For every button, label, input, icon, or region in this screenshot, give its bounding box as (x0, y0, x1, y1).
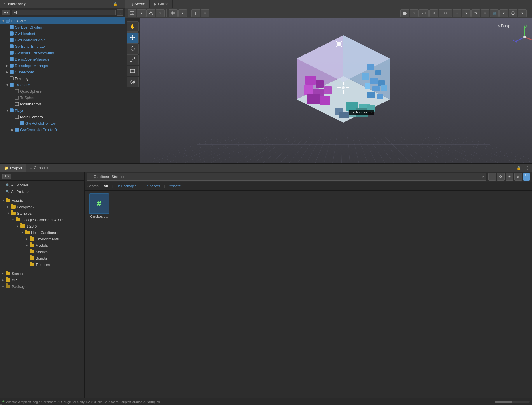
hierarchy-more-icon[interactable]: ⋮ (119, 2, 123, 6)
label-models: Models (36, 243, 48, 248)
hierarchy-add-button[interactable]: + ▾ (2, 10, 10, 15)
rect-tool-button[interactable] (127, 66, 139, 76)
search-filter-button[interactable]: ⚙ (497, 173, 505, 181)
proj-item-packages[interactable]: Packages (0, 283, 84, 290)
2d-button[interactable]: 2D (419, 9, 429, 17)
shading-dropdown[interactable]: ▾ (156, 9, 164, 17)
transform-tool-button[interactable] (127, 77, 139, 87)
audio-button[interactable]: ♪♪ (439, 9, 452, 17)
tab-console[interactable]: ≡ Console (26, 164, 52, 172)
tree-item-demo-scene[interactable]: DemoSceneManager (0, 56, 125, 62)
chevron-gvr-reticle: › (55, 122, 56, 125)
filter-divider-1: | (112, 184, 113, 188)
proj-item-textures[interactable]: Textures (0, 261, 84, 268)
tree-item-gvr-editor[interactable]: GvrEditorEmulator (0, 43, 125, 50)
proj-item-all-models[interactable]: 🔍 All Models (0, 182, 84, 188)
tree-item-gvr-event[interactable]: GvrEventSystem › (0, 24, 125, 30)
gizmo-button[interactable] (191, 9, 200, 17)
svg-rect-49 (381, 85, 387, 91)
label-samples: Samples (17, 211, 32, 216)
tree-item-root[interactable]: HelloVR* ⋮ (0, 17, 125, 24)
render-button[interactable] (509, 9, 517, 17)
folder-icon-google-cardboard (16, 218, 20, 221)
proj-item-all-prefabs[interactable]: 🔍 All Prefabs (0, 188, 84, 195)
left-toolbar-separator-top (127, 20, 138, 20)
search-wrapper: 🔍 ✕ (87, 173, 487, 181)
proj-item-scenes-sub[interactable]: Scenes (0, 249, 84, 255)
asset-item-cardboard[interactable]: # Cardboard... (88, 193, 111, 218)
display-button[interactable] (128, 9, 136, 17)
light-button[interactable]: ☀ (429, 9, 438, 17)
gizmo-dropdown[interactable]: ▾ (201, 9, 209, 17)
hierarchy-save-button[interactable]: ↓ (117, 9, 123, 16)
hide-button[interactable]: 👁 (471, 9, 480, 17)
filter-in-assets-button[interactable]: In Assets (145, 184, 161, 189)
rotate-tool-button[interactable] (127, 43, 139, 54)
search-expand-button[interactable]: ⊞ (488, 173, 496, 181)
tab-scene[interactable]: ⬚ Scene (125, 0, 150, 8)
tree-item-main-camera[interactable]: Main Camera (0, 114, 125, 120)
arrow-hello-cardboard (21, 231, 25, 234)
proj-item-version[interactable]: 1.23.0 (0, 223, 84, 229)
tree-item-gvr-controller-main[interactable]: GvrControllerMain (0, 37, 125, 43)
pan-tool-button[interactable]: ✋ (127, 21, 139, 32)
project-toolbar: + ▾ (0, 172, 84, 181)
hide-dropdown[interactable]: ▾ (481, 9, 489, 17)
move-tool-button[interactable] (127, 32, 139, 43)
orbit-button[interactable]: ⬤ (400, 9, 409, 17)
tab-project[interactable]: 📁 Project (0, 164, 26, 172)
svg-rect-1 (6, 20, 9, 22)
tree-item-gvr-headset[interactable]: GvrHeadset (0, 30, 125, 37)
scale-tool-button[interactable] (127, 54, 139, 65)
root-more-button[interactable]: ⋮ (118, 19, 124, 23)
proj-item-assets[interactable]: Assets (0, 197, 84, 204)
shading-button[interactable] (146, 9, 155, 17)
proj-item-scripts[interactable]: Scripts (0, 255, 84, 261)
search-bookmark2-button[interactable]: ⊕ (514, 173, 522, 181)
proj-item-google-cardboard[interactable]: Google Cardboard XR P (0, 216, 84, 223)
tree-item-player[interactable]: Player (0, 107, 125, 114)
proj-item-hello-cardboard[interactable]: Hello Cardboard (0, 229, 84, 236)
bottom-more-icon[interactable]: ⋮ (523, 165, 532, 170)
proj-item-samples[interactable]: Samples (0, 210, 84, 216)
grid-dropdown[interactable]: ▾ (178, 9, 187, 17)
filter-in-packages-button[interactable]: In Packages (116, 184, 138, 189)
tree-item-gvr-instant[interactable]: GvrInstantPreviewMain (0, 50, 125, 56)
proj-item-environments[interactable]: Environments (0, 236, 84, 242)
tree-item-demo-input[interactable]: DemoInputManager (0, 62, 125, 69)
tree-item-gvr-ctrl-ptr[interactable]: GvrControllerPointer0 › (0, 126, 125, 133)
display-dropdown[interactable]: ▾ (137, 9, 146, 17)
fx-button[interactable]: ✦ (453, 9, 461, 17)
scene-viewport[interactable]: ✋ (125, 18, 532, 163)
asset-search-input[interactable] (87, 173, 487, 181)
tree-item-gvr-reticle[interactable]: GvrReticlePointer › (0, 120, 125, 126)
status-scrollbar[interactable] (495, 401, 530, 403)
scene-more-button[interactable]: ⋮ (522, 2, 532, 6)
search-bookmark-button[interactable]: ★ (506, 173, 513, 181)
proj-item-xr[interactable]: XR (0, 277, 84, 283)
tree-item-point-light[interactable]: Point light (0, 75, 125, 82)
view-button[interactable]: 📹 (490, 9, 499, 17)
tab-game[interactable]: ▶ Game (150, 0, 173, 8)
orbit-dropdown[interactable]: ▾ (410, 9, 419, 17)
hierarchy-lock-icon[interactable]: 🔒 (113, 2, 118, 6)
proj-item-googlevr[interactable]: GoogleVR (0, 204, 84, 210)
render-dropdown[interactable]: ▾ (518, 9, 527, 17)
tree-item-quad-sphere[interactable]: QuadSphere (0, 88, 125, 94)
arrow-treasure (5, 83, 9, 87)
project-add-button[interactable]: + ▾ (2, 174, 11, 179)
filter-assets-quoted-button[interactable]: 'Assets' (168, 184, 182, 189)
search-clear-button[interactable]: ✕ (482, 175, 485, 179)
tree-item-icosahedron[interactable]: Icosahedron (0, 101, 125, 107)
tree-item-treasure[interactable]: Treasure (0, 82, 125, 88)
tree-item-tri-sphere[interactable]: TriSphere (0, 94, 125, 101)
tree-item-cube-room[interactable]: CubeRoom (0, 69, 125, 75)
bottom-lock-icon[interactable]: 🔒 (514, 166, 523, 170)
filter-all-button[interactable]: All (102, 184, 109, 189)
grid-button[interactable] (169, 9, 178, 17)
view-dropdown[interactable]: ▾ (499, 9, 508, 17)
hierarchy-search-input[interactable] (12, 10, 116, 15)
proj-item-models[interactable]: Models (0, 242, 84, 249)
proj-item-scenes-root[interactable]: Scenes (0, 270, 84, 277)
fx-dropdown[interactable]: ▾ (462, 9, 471, 17)
